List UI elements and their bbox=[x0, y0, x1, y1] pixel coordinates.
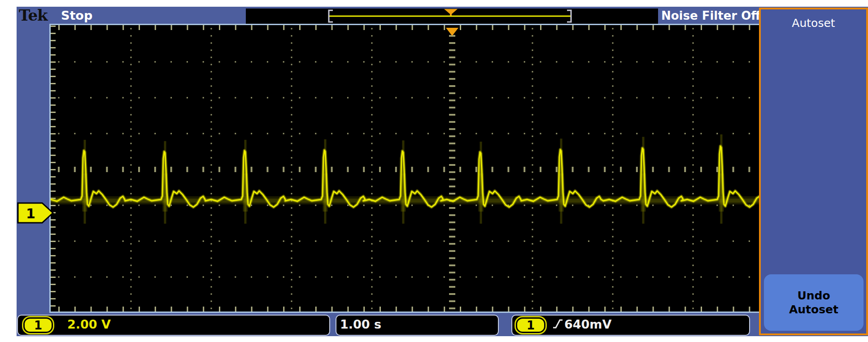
trigger-level-readout: 640mV bbox=[564, 317, 611, 331]
trigger-source-badge: 1 bbox=[516, 317, 545, 333]
side-menu-panel: Autoset Undo Autoset bbox=[759, 8, 868, 335]
channel1-scale-box bbox=[17, 315, 330, 336]
side-menu-title: Autoset bbox=[761, 17, 866, 30]
rising-edge-icon bbox=[552, 317, 563, 331]
undo-autoset-label-line2: Autoset bbox=[789, 303, 838, 316]
channel1-scale-readout: 2.00 V bbox=[67, 317, 111, 331]
noise-filter-message: Noise Filter Off bbox=[661, 9, 760, 22]
waveform-display bbox=[51, 25, 761, 312]
trigger-position-bar bbox=[246, 9, 658, 24]
tek-logo: Tek bbox=[19, 6, 48, 24]
trigger-position-indicator bbox=[246, 9, 658, 24]
oscilloscope-screen: Tek Stop Noise Filter Off 1 1 2.00 V 1.0… bbox=[0, 0, 868, 342]
undo-autoset-label-line1: Undo bbox=[797, 289, 830, 303]
trigger-readout-box bbox=[511, 315, 750, 336]
undo-autoset-button[interactable]: Undo Autoset bbox=[764, 274, 864, 331]
timebase-readout: 1.00 s bbox=[340, 317, 381, 331]
channel1-badge: 1 bbox=[23, 317, 53, 333]
channel1-marker-label: 1 bbox=[26, 206, 35, 221]
acquisition-status: Stop bbox=[61, 9, 92, 22]
channel1-ground-marker-icon: 1 bbox=[17, 202, 55, 224]
